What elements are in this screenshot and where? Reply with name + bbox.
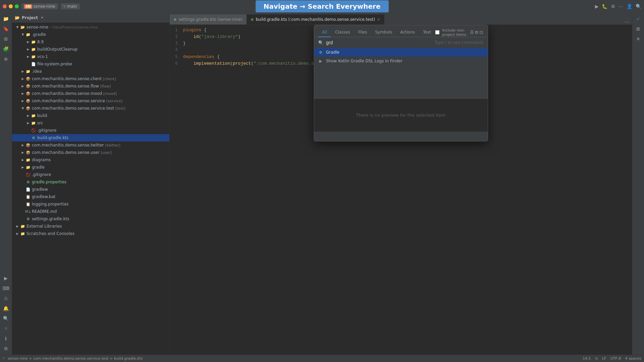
result-item-gradle[interactable]: ⚙ Gradle	[314, 48, 488, 57]
tree-item-settings-gradle[interactable]: ⚙ settings.gradle.kts	[12, 215, 169, 223]
right-sidebar-check[interactable]: ✓	[634, 14, 643, 23]
sidebar-icon-plugins[interactable]: 🧩	[1, 44, 11, 54]
right-sidebar-expand[interactable]: ⊞	[634, 24, 643, 34]
tree-item-gradle-properties[interactable]: ⚙ gradle.properties	[12, 178, 169, 186]
tree-item-src[interactable]: ▶ 📁 src	[12, 119, 169, 127]
tree-item-gitignore-inner[interactable]: 🚫 .gitignore	[12, 127, 169, 134]
search-tab-files[interactable]: Files	[354, 28, 371, 37]
sidebar-icon-structure[interactable]: ⊞	[1, 34, 11, 44]
project-dropdown[interactable]: ▾	[41, 15, 43, 20]
result-item-show-kotlin[interactable]: ▶ Show Kotlin Gradle DSL Logs in Finder	[314, 57, 488, 65]
cursor-position[interactable]: 14:1	[583, 356, 591, 361]
tree-item-gradle-folder[interactable]: ▶ 📁 gradle	[12, 164, 169, 171]
tree-item-build-gradle[interactable]: ⚙ build.gradle.kts	[12, 134, 169, 141]
user-icon[interactable]: 👤	[627, 4, 632, 9]
sidebar-icon-settings2[interactable]: ⚙	[1, 344, 11, 353]
preview-btn[interactable]: ⊡	[479, 29, 484, 36]
tree-item-file-system-probe[interactable]: 📄 file-system.probe	[12, 60, 169, 68]
sidebar-icon-more[interactable]: ⊕	[1, 54, 11, 64]
indent[interactable]: 4 spaces	[625, 356, 642, 361]
tree-item-sense-nine[interactable]: ▼ 📂 sense-nine ~/IdeaProjects/sense-nine	[12, 23, 169, 31]
sidebar-icon-problems[interactable]: ⚠	[1, 294, 11, 303]
tab-settings-gradle[interactable]: ⚙ settings.gradle.kts (sense-nine)	[170, 14, 247, 24]
tree-label: .idea	[32, 69, 42, 74]
tree-item-gradle-dir[interactable]: ▼ 📁 .gradle	[12, 31, 169, 38]
tree-item-readme[interactable]: M↓ README.md	[12, 208, 169, 215]
sidebar-icon-bookmarks[interactable]: 🔖	[1, 24, 11, 34]
folder-icon: 📁	[31, 54, 36, 59]
tree-item-twitter[interactable]: ▶ 📦 com.mechanitis.demo.sense.twitter [t…	[12, 141, 169, 149]
sidebar-icon-run[interactable]: ▶	[1, 274, 11, 283]
search-icon[interactable]: 🔍	[636, 4, 641, 9]
folder-icon: 📁	[31, 113, 36, 118]
tree-item-gradlew-bat[interactable]: 📋 gradlew.bat	[12, 193, 169, 200]
sidebar-icon-search2[interactable]: 🔍	[1, 314, 11, 323]
settings-icon[interactable]: ⚙	[611, 4, 615, 9]
tree-arrow	[20, 209, 25, 214]
tree-label: diagrams	[32, 158, 51, 162]
tree-arrow: ▶	[20, 150, 25, 155]
run-icon[interactable]: ▶	[595, 4, 599, 9]
tree-item-gitignore-root[interactable]: 🚫 .gitignore	[12, 171, 169, 178]
sidebar-icon-project[interactable]: 📁	[1, 14, 11, 23]
non-project-checkbox[interactable]	[435, 30, 440, 35]
list-view-btn[interactable]: ☰	[470, 29, 474, 36]
tree-item-flow[interactable]: ▶ 📦 com.mechanitis.demo.sense.flow [flow…	[12, 82, 169, 90]
tree-item-user[interactable]: ▶ 📦 com.mechanitis.demo.sense.user [user…	[12, 149, 169, 156]
encoding[interactable]: UTF-8	[610, 356, 621, 361]
tree-item-service[interactable]: ▶ 📦 com.mechanitis.demo.sense.service [s…	[12, 97, 169, 105]
tree-item-logging-props[interactable]: 📋 logging.properties	[12, 200, 169, 208]
minimize-button[interactable]	[9, 4, 13, 8]
search-tab-actions[interactable]: Actions	[396, 28, 419, 37]
tree-item-buildOutputCleanup[interactable]: ▶ 📁 buildOutputCleanup	[12, 46, 169, 53]
search-tab-classes[interactable]: Classes	[331, 28, 354, 37]
tree-item-8-9[interactable]: ▶ 📁 8.9	[12, 38, 169, 46]
tree-arrow: ▶	[20, 98, 25, 104]
sidebar-icon-info[interactable]: ℹ	[1, 334, 11, 343]
search-overlay: All Classes Files Symbols Actions Text I…	[170, 25, 632, 355]
tree-arrow: ▶	[20, 165, 25, 170]
search-tab-text[interactable]: Text	[419, 28, 435, 37]
sidebar-icon-notifications[interactable]: 🔔	[1, 304, 11, 313]
title-bar: SN sense-nine ⑂ main Navigate → Search E…	[0, 0, 644, 13]
vcs-icon[interactable]: ⑂	[3, 356, 5, 361]
tree-item-gradlew[interactable]: 📄 gradlew	[12, 186, 169, 193]
tree-item-client[interactable]: ▶ 📦 com.mechanitis.demo.sense.client [cl…	[12, 75, 169, 82]
vcs-indicator[interactable]: ⊙	[595, 356, 598, 361]
filter-btn[interactable]: ⚙	[474, 29, 479, 36]
debug-icon[interactable]: 🐛	[602, 4, 607, 9]
tree-item-external-libs[interactable]: ▶ 📁 External Libraries	[12, 223, 169, 230]
breadcrumb[interactable]: sense-nine > com.mechanitis.demo.sense.s…	[8, 356, 142, 361]
tree-arrow	[25, 61, 31, 67]
tree-item-vcs-1[interactable]: ▶ 📁 vcs-1	[12, 53, 169, 60]
sidebar-icon-terminal[interactable]: ⌨	[1, 284, 11, 293]
search-input[interactable]	[326, 40, 432, 45]
tree-item-idea[interactable]: ▶ 📁 .idea	[12, 68, 169, 75]
panel-header: 📂 Project ▾	[12, 13, 169, 23]
close-button[interactable]	[3, 4, 7, 8]
tree-item-diagrams[interactable]: ▶ 📁 diagrams	[12, 156, 169, 164]
maximize-button[interactable]	[15, 4, 19, 8]
branch-label[interactable]: ⑂ main	[61, 3, 80, 9]
search-tab-all[interactable]: All	[318, 28, 331, 37]
more-icon[interactable]: ⋯	[619, 4, 623, 9]
tree-arrow: ▶	[20, 91, 25, 96]
search-tab-symbols[interactable]: Symbols	[371, 28, 396, 37]
tree-item-service-test[interactable]: ▼ 📦 com.mechanitis.demo.sense.service.te…	[12, 105, 169, 112]
line-endings[interactable]: LF	[602, 356, 606, 361]
right-sidebar-close[interactable]: ✕	[634, 34, 643, 44]
tree-arrow: ▶	[15, 224, 20, 229]
tree-label: com.mechanitis.demo.sense.service [servi…	[32, 99, 122, 103]
tree-item-mood[interactable]: ▶ 📦 com.mechanitis.demo.sense.mood [mood…	[12, 90, 169, 97]
tree-item-build-dir[interactable]: ▶ 📁 build	[12, 112, 169, 119]
tab-build-gradle[interactable]: ⚙ build.gradle.kts (:com.mechanitis.demo…	[247, 14, 385, 24]
sidebar-icon-git[interactable]: ⑂	[1, 324, 11, 333]
non-project-items-option[interactable]: Include non-project items	[435, 28, 470, 37]
tab-actions-icon[interactable]: ⋯	[625, 19, 629, 24]
tree-label: README.md	[32, 209, 57, 214]
tree-label: com.mechanitis.demo.sense.service.test […	[32, 106, 125, 111]
tree-item-scratches[interactable]: ▶ 📁 Scratches and Consoles	[12, 230, 169, 237]
project-label[interactable]: SN sense-nine	[21, 3, 58, 9]
tab-close-button[interactable]: ✕	[377, 17, 380, 22]
tree-label: sense-nine ~/IdeaProjects/sense-nine	[26, 25, 98, 29]
